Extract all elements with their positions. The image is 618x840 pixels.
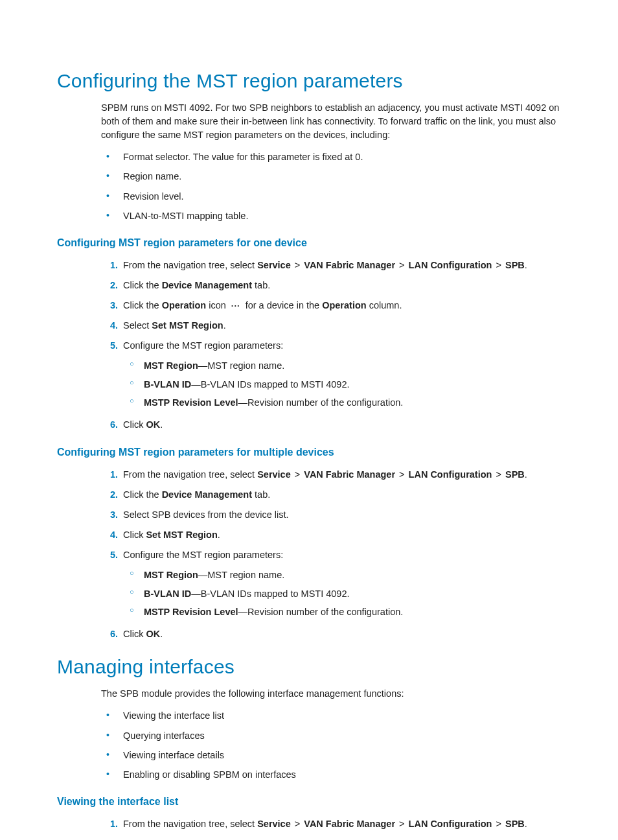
nav-vfm: VAN Fabric Manager xyxy=(304,819,395,829)
step-text: tab. xyxy=(252,489,270,500)
step-item: Configure the MST region parameters: MST… xyxy=(101,336,561,415)
sub-item: MST Region—MST region name. xyxy=(123,566,561,584)
list-item: Region name. xyxy=(101,167,561,186)
step-text: Configure the MST region parameters: xyxy=(123,340,283,351)
heading-one-device: Configuring MST region parameters for on… xyxy=(57,237,561,249)
step-text: for a device in the xyxy=(243,300,323,310)
step-item: From the navigation tree, select Service… xyxy=(101,465,561,485)
step-item: Configure the MST region parameters: MST… xyxy=(101,545,561,624)
mstp-revision-label: MSTP Revision Level xyxy=(144,397,238,408)
list-item: Viewing interface details xyxy=(101,745,561,765)
mst-region-label: MST Region xyxy=(144,570,198,580)
sub-text: —Revision number of the configuration. xyxy=(238,397,404,408)
step-text: From the navigation tree, select xyxy=(123,260,257,270)
step-suffix: . xyxy=(525,819,527,829)
list-item: Querying interfaces xyxy=(101,726,561,745)
nav-sep: > xyxy=(399,469,404,480)
nav-sep: > xyxy=(496,819,501,829)
sub-text: —Revision number of the configuration. xyxy=(238,607,404,617)
step-text: Click the xyxy=(123,280,162,290)
list-item: Format selector. The value for this para… xyxy=(101,147,561,167)
nav-lan: LAN Configuration xyxy=(409,469,492,480)
step-text: column. xyxy=(367,300,402,310)
step-text: Select xyxy=(123,320,152,331)
nav-service: Service xyxy=(257,469,291,480)
mst-region-label: MST Region xyxy=(144,360,198,371)
step-item: From the navigation tree, select Service… xyxy=(101,814,561,834)
nav-sep: > xyxy=(295,260,300,270)
list-item: Enabling or disabling SPBM on interfaces xyxy=(101,765,561,784)
step-item: Click the Operation icon ··· for a devic… xyxy=(101,296,561,316)
sub-item: B-VLAN ID—B-VLAN IDs mapped to MSTI 4092… xyxy=(123,585,561,603)
heading-multiple-devices: Configuring MST region parameters for mu… xyxy=(57,447,561,458)
nav-sep: > xyxy=(399,260,404,270)
step-text: . xyxy=(160,419,163,430)
sub-item: MSTP Revision Level—Revision number of t… xyxy=(123,393,561,412)
operation-column-label: Operation xyxy=(322,300,366,310)
sub-text: —B-VLAN IDs mapped to MSTI 4092. xyxy=(191,589,349,599)
list-item: Revision level. xyxy=(101,187,561,206)
step-text: . xyxy=(160,629,163,639)
bvlan-id-label: B-VLAN ID xyxy=(144,379,191,390)
nav-vfm: VAN Fabric Manager xyxy=(304,260,395,270)
step-item: Select Set MST Region. xyxy=(101,316,561,336)
nav-spb: SPB xyxy=(505,469,525,480)
nav-lan: LAN Configuration xyxy=(409,260,492,270)
step-text: Click xyxy=(123,419,146,430)
step-text: Click the xyxy=(123,300,162,310)
step-text: . xyxy=(218,530,220,540)
sub-text: —MST region name. xyxy=(198,360,285,371)
sub-item: MSTP Revision Level—Revision number of t… xyxy=(123,603,561,621)
ok-label: OK xyxy=(146,419,160,430)
page-content: Configuring the MST region parameters SP… xyxy=(0,0,618,840)
mstp-revision-label: MSTP Revision Level xyxy=(144,607,238,617)
steps-one-device: From the navigation tree, select Service… xyxy=(101,255,561,435)
nav-sep: > xyxy=(496,260,501,270)
step-suffix: . xyxy=(525,469,527,480)
nav-service: Service xyxy=(257,260,291,270)
step-item: From the navigation tree, select Service… xyxy=(101,255,561,275)
sub-text: —B-VLAN IDs mapped to MSTI 4092. xyxy=(191,379,349,390)
set-mst-region-label: Set MST Region xyxy=(152,320,223,331)
nav-lan: LAN Configuration xyxy=(409,819,492,829)
nav-sep: > xyxy=(295,469,300,480)
intro-paragraph: SPBM runs on MSTI 4092. For two SPB neig… xyxy=(101,101,561,142)
nav-sep: > xyxy=(496,469,501,480)
step-text: Click xyxy=(123,629,146,639)
heading-configuring-mst: Configuring the MST region parameters xyxy=(57,70,561,92)
operation-icon: ··· xyxy=(229,300,243,312)
mst-params-list: Format selector. The value for this para… xyxy=(101,147,561,226)
steps-multiple-devices: From the navigation tree, select Service… xyxy=(101,465,561,644)
nav-service: Service xyxy=(257,819,291,829)
device-management-label: Device Management xyxy=(162,489,252,500)
bvlan-id-label: B-VLAN ID xyxy=(144,589,191,599)
step-text: tab. xyxy=(252,280,270,290)
step-item: Click OK. xyxy=(101,415,561,435)
step-text: From the navigation tree, select xyxy=(123,469,257,480)
step-suffix: . xyxy=(525,260,527,270)
step-text: Configure the MST region parameters: xyxy=(123,550,283,560)
step-item: Click OK. xyxy=(101,624,561,644)
step-text: Click xyxy=(123,530,146,540)
list-item: Viewing the interface list xyxy=(101,706,561,725)
nav-spb: SPB xyxy=(505,819,525,829)
step-text: From the navigation tree, select xyxy=(123,819,257,829)
set-mst-region-label: Set MST Region xyxy=(146,530,217,540)
interface-functions-list: Viewing the interface list Querying inte… xyxy=(101,706,561,784)
device-management-label: Device Management xyxy=(162,280,252,290)
steps-viewing-interface-list: From the navigation tree, select Service… xyxy=(101,814,561,834)
nav-vfm: VAN Fabric Manager xyxy=(304,469,395,480)
step-item: Select SPB devices from the device list. xyxy=(101,505,561,525)
intro-paragraph-b: The SPB module provides the following in… xyxy=(101,687,561,701)
step-item: Click the Device Management tab. xyxy=(101,485,561,505)
operation-label: Operation xyxy=(162,300,206,310)
ok-label: OK xyxy=(146,629,160,639)
list-item: VLAN-to-MSTI mapping table. xyxy=(101,206,561,226)
sub-item: B-VLAN ID—B-VLAN IDs mapped to MSTI 4092… xyxy=(123,375,561,393)
nav-sep: > xyxy=(295,819,300,829)
step-item: Click Set MST Region. xyxy=(101,525,561,545)
sub-text: —MST region name. xyxy=(198,570,285,580)
step-item: Click the Device Management tab. xyxy=(101,275,561,296)
nav-spb: SPB xyxy=(505,260,525,270)
step-text: icon xyxy=(206,300,229,310)
